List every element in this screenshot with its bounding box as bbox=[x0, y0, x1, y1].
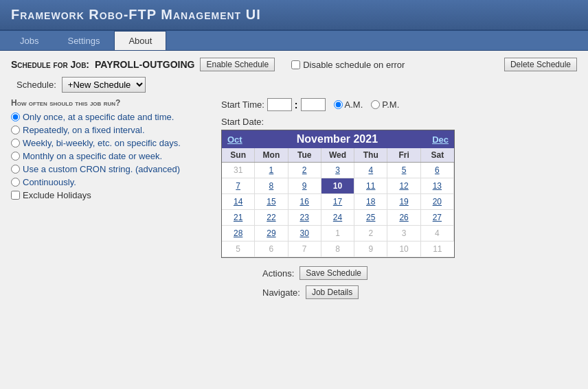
cal-cell[interactable]: 1 bbox=[255, 163, 288, 178]
pm-radio[interactable] bbox=[371, 100, 380, 109]
cal-cell[interactable]: 18 bbox=[354, 194, 387, 210]
tab-jobs[interactable]: Jobs bbox=[5, 31, 53, 50]
cal-cell[interactable]: 2 bbox=[289, 163, 321, 178]
cal-cell[interactable]: 27 bbox=[421, 210, 454, 226]
am-radio-label[interactable]: A.M. bbox=[334, 99, 363, 110]
cal-cell[interactable]: 29 bbox=[255, 226, 288, 241]
freq-option-3[interactable]: Monthly on a specific date or week. bbox=[11, 151, 210, 161]
day-header-sun: Sun bbox=[222, 148, 255, 162]
cal-cell[interactable]: 13 bbox=[421, 178, 454, 194]
cal-cell[interactable]: 16 bbox=[289, 194, 321, 210]
cal-cell[interactable]: 3 bbox=[321, 163, 354, 178]
start-time-label: Start Time: bbox=[221, 99, 264, 110]
cal-cell[interactable]: 19 bbox=[387, 194, 420, 210]
cal-cell[interactable]: 23 bbox=[289, 210, 321, 226]
cal-cell[interactable]: 21 bbox=[222, 210, 255, 226]
actions-label: Actions: bbox=[262, 268, 294, 279]
day-header-sat: Sat bbox=[421, 148, 454, 162]
cal-cell: 4 bbox=[421, 226, 454, 241]
start-date-label: Start Date: bbox=[221, 117, 577, 127]
cal-cell[interactable]: 25 bbox=[354, 210, 387, 226]
start-time-minute[interactable]: 12 bbox=[301, 98, 326, 111]
cal-cell[interactable]: 15 bbox=[255, 194, 288, 210]
cal-cell: 31 bbox=[222, 163, 255, 178]
cal-cell: 7 bbox=[289, 241, 321, 257]
cal-cell: 1 bbox=[321, 226, 354, 241]
calendar: Oct November 2021 Dec Sun Mon Tue Wed Th… bbox=[221, 130, 455, 258]
cal-cell[interactable]: 24 bbox=[321, 210, 354, 226]
frequency-section: How often should this job run? Only once… bbox=[11, 98, 210, 299]
cal-cell[interactable]: 11 bbox=[354, 178, 387, 194]
cal-cell: 2 bbox=[354, 226, 387, 241]
day-header-tue: Tue bbox=[289, 148, 321, 162]
exclude-holidays-label[interactable]: Exclude Holidays bbox=[11, 190, 210, 200]
day-header-thu: Thu bbox=[354, 148, 387, 162]
day-header-mon: Mon bbox=[255, 148, 288, 162]
cal-cell: 10 bbox=[387, 241, 420, 257]
day-header-fri: Fri bbox=[387, 148, 420, 162]
am-radio[interactable] bbox=[334, 100, 343, 109]
freq-option-2[interactable]: Weekly, bi-weekly, etc. on specific days… bbox=[11, 138, 210, 148]
cal-cell[interactable]: 28 bbox=[222, 226, 255, 241]
cal-cell[interactable]: 10 bbox=[321, 178, 354, 194]
tab-settings[interactable]: Settings bbox=[53, 31, 114, 50]
cal-cell[interactable]: 17 bbox=[321, 194, 354, 210]
app-header: Framework Robo-FTP Management UI bbox=[0, 0, 588, 31]
cal-cell: 5 bbox=[222, 241, 255, 257]
schedule-select[interactable]: +New Schedule bbox=[62, 77, 146, 93]
cal-cell[interactable]: 6 bbox=[421, 163, 454, 178]
start-time-hour[interactable]: 7 bbox=[267, 98, 292, 111]
disable-schedule-checkbox[interactable] bbox=[291, 60, 300, 69]
disable-schedule-label[interactable]: Disable schedule on error bbox=[291, 60, 405, 70]
cal-cell[interactable]: 5 bbox=[387, 163, 420, 178]
cal-cell[interactable]: 9 bbox=[289, 178, 321, 194]
cal-cell[interactable]: 12 bbox=[387, 178, 420, 194]
delete-schedule-button[interactable]: Delete Schedule bbox=[504, 58, 577, 71]
nav-bar: Jobs Settings About bbox=[0, 31, 588, 51]
freq-option-5[interactable]: Continuously. bbox=[11, 177, 210, 187]
freq-option-0[interactable]: Only once, at a specific date and time. bbox=[11, 112, 210, 122]
frequency-title: How often should this job run? bbox=[11, 98, 210, 108]
pm-radio-label[interactable]: P.M. bbox=[371, 99, 399, 110]
cal-cell: 3 bbox=[387, 226, 420, 241]
cal-cell[interactable]: 22 bbox=[255, 210, 288, 226]
cal-cell[interactable]: 20 bbox=[421, 194, 454, 210]
cal-cell[interactable]: 30 bbox=[289, 226, 321, 241]
enable-schedule-button[interactable]: Enable Schedule bbox=[200, 58, 275, 71]
calendar-days-header: Sun Mon Tue Wed Thu Fri Sat bbox=[222, 148, 454, 163]
exclude-holidays-checkbox[interactable] bbox=[11, 191, 20, 200]
start-time-row: Start Time: 7 : 12 A.M. P.M. bbox=[221, 98, 577, 111]
schedule-header: Schedule for Job: PAYROLL-OUTGOING Enabl… bbox=[11, 58, 577, 71]
cal-cell[interactable]: 26 bbox=[387, 210, 420, 226]
navigate-label: Navigate: bbox=[262, 287, 300, 298]
cal-cell[interactable]: 14 bbox=[222, 194, 255, 210]
calendar-header: Oct November 2021 Dec bbox=[222, 130, 454, 148]
freq-option-4[interactable]: Use a custom CRON string. (advanced) bbox=[11, 164, 210, 174]
day-header-wed: Wed bbox=[321, 148, 354, 162]
cal-cell: 6 bbox=[255, 241, 288, 257]
calendar-month-year: November 2021 bbox=[297, 133, 378, 145]
cal-cell[interactable]: 7 bbox=[222, 178, 255, 194]
navigate-row: Navigate: Job Details bbox=[221, 285, 577, 299]
main-content: Schedule for Job: PAYROLL-OUTGOING Enabl… bbox=[0, 51, 588, 306]
cal-cell: 8 bbox=[321, 241, 354, 257]
freq-option-1[interactable]: Repeatedly, on a fixed interval. bbox=[11, 125, 210, 135]
schedule-row: Schedule: +New Schedule bbox=[11, 77, 577, 93]
cal-cell[interactable]: 4 bbox=[354, 163, 387, 178]
job-details-button[interactable]: Job Details bbox=[306, 285, 359, 299]
tab-about[interactable]: About bbox=[114, 31, 166, 50]
schedule-title: Schedule for Job: bbox=[11, 59, 89, 70]
schedule-label: Schedule: bbox=[16, 80, 56, 90]
next-month-nav[interactable]: Dec bbox=[432, 134, 449, 145]
cal-cell[interactable]: 8 bbox=[255, 178, 288, 194]
actions-row: Actions: Save Schedule bbox=[221, 266, 577, 280]
job-name: PAYROLL-OUTGOING bbox=[95, 59, 194, 70]
cal-cell: 11 bbox=[421, 241, 454, 257]
cal-cell: 9 bbox=[354, 241, 387, 257]
save-schedule-button[interactable]: Save Schedule bbox=[299, 266, 368, 280]
app-title: Framework Robo-FTP Management UI bbox=[11, 7, 577, 23]
time-separator: : bbox=[295, 99, 298, 110]
right-column: Start Time: 7 : 12 A.M. P.M. Start Date:… bbox=[221, 98, 577, 299]
prev-month-nav[interactable]: Oct bbox=[227, 134, 242, 145]
calendar-body: 3112345678910111213141516171819202122232… bbox=[222, 163, 454, 257]
